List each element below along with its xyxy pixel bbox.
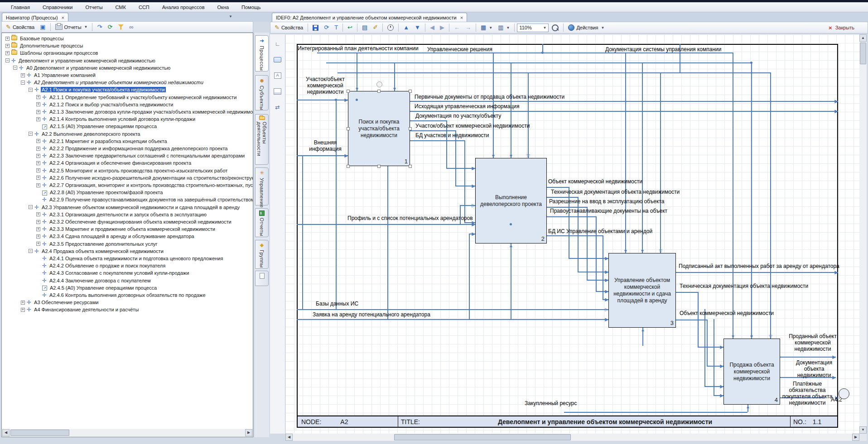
- arrow-label[interactable]: Интегрированный план деятельности компан…: [298, 45, 419, 52]
- activity-box-tool-button[interactable]: [272, 54, 284, 66]
- reports-button[interactable]: Отчеты ▼: [53, 22, 90, 32]
- arrow-label[interactable]: Первичные документы от продавца объекта …: [415, 94, 564, 100]
- tree-item[interactable]: +↗A2.2.8 (A0) Управление проектом/фазой …: [36, 189, 164, 196]
- frame-tool-button[interactable]: [272, 86, 284, 97]
- tree-expander-icon[interactable]: +: [5, 44, 10, 48]
- arrow-label[interactable]: БД участков и недвижимости: [415, 132, 489, 138]
- tree-expander-icon[interactable]: −: [29, 132, 33, 136]
- tree-item[interactable]: −✛A2.4 Продажа объекта коммерческой недв…: [29, 248, 164, 255]
- tree-item[interactable]: +✛A2.2.7 Организация, мониторинг и контр…: [36, 181, 253, 189]
- layers-button[interactable]: ▥▼: [496, 23, 512, 33]
- tree-expander-icon[interactable]: +: [36, 95, 40, 99]
- document-tab[interactable]: IDEF0: A2 Девелопмент и управление объек…: [272, 13, 467, 22]
- tree-item[interactable]: +✛A2.1.3 Заключение договора купли-прода…: [36, 108, 253, 115]
- selection-handle[interactable]: [377, 165, 381, 168]
- scroll-left-icon[interactable]: ◀: [285, 434, 293, 441]
- tree-item[interactable]: +↗A2.4.5 (A0) Управление операциями проц…: [36, 284, 158, 291]
- prev-button[interactable]: ◀: [428, 23, 437, 33]
- menu-item-7[interactable]: Окна: [211, 3, 236, 12]
- arrow-label[interactable]: Внешняя информация: [305, 139, 345, 152]
- go-to-button[interactable]: ↷: [95, 22, 104, 32]
- tree-expander-icon[interactable]: +: [21, 301, 25, 305]
- arrow-label[interactable]: Проданный объект коммерческой недвижимос…: [786, 333, 839, 352]
- tree-expander-icon[interactable]: −: [13, 66, 17, 70]
- tree-item[interactable]: +✛A2.4.2 Объявление о продаже и поиск по…: [36, 262, 166, 269]
- tree-item[interactable]: +✛A2.2.2 Продвижение и информационная по…: [36, 145, 228, 152]
- tree-item[interactable]: +✛A2.3.1 Организация деятельности и запу…: [36, 211, 207, 218]
- arrow-label[interactable]: Правоустанавливающие документы на объект: [550, 208, 667, 214]
- activity-box-1[interactable]: Поиск и покупка участка/объекта недвижим…: [348, 91, 410, 166]
- text-label-tool-button[interactable]: A: [272, 70, 284, 81]
- merge-split-tool-button[interactable]: ⇄: [272, 101, 284, 113]
- selection-handle[interactable]: [409, 90, 412, 93]
- tree-item[interactable]: +✛A2.4.6 Контроль выполнения договорных …: [36, 291, 207, 299]
- tree-item[interactable]: +✛A2.3.3 Маркетинг и продвижение объекта…: [36, 225, 216, 233]
- tree-item[interactable]: −✛A2.3 Управление объектом коммерческой …: [29, 204, 241, 211]
- tree-item[interactable]: +✛A2.1.1 Определение требований к участк…: [36, 94, 237, 101]
- tree-item[interactable]: +✛A2.2.4 Организация и обеспечение финан…: [36, 159, 192, 167]
- history-button[interactable]: [385, 23, 396, 33]
- tree-item[interactable]: +✛A2.4.4 Заключение договора с покупател…: [36, 277, 152, 284]
- arrow-label[interactable]: Заявка на аренду потенциального арендато…: [313, 311, 430, 318]
- scroll-thumb[interactable]: [10, 430, 69, 436]
- category-tab-gear[interactable]: ✳Управление: [255, 167, 269, 205]
- tree-horizontal-scrollbar[interactable]: ◀ ▶: [2, 429, 252, 436]
- tree-expander-icon[interactable]: +: [36, 161, 40, 165]
- tree-expander-icon[interactable]: +: [36, 168, 40, 172]
- tree-item[interactable]: +Шаблоны организации процессов: [5, 49, 99, 57]
- zoom-fit-button[interactable]: [550, 23, 561, 33]
- tree-item[interactable]: −✛A2.1 Поиск и покупка участка/объекта н…: [29, 86, 166, 93]
- tree-item[interactable]: +✛A2.1.4 Контроль выполнения условий дог…: [36, 115, 196, 123]
- forward-button[interactable]: →: [463, 23, 473, 33]
- category-tab-group[interactable]: ◆Группы: [255, 240, 269, 269]
- selection-handle[interactable]: [409, 165, 412, 168]
- tree-item[interactable]: +✛A2.2.5 Мониторинг и контроль производс…: [36, 167, 228, 174]
- filter-button[interactable]: [116, 22, 126, 32]
- tree-expander-icon[interactable]: +: [5, 37, 10, 41]
- close-document-button[interactable]: × Закрыть: [826, 23, 857, 33]
- tree-expander-icon[interactable]: +: [36, 110, 40, 114]
- tree-item[interactable]: +✛A2.3.2 Обеспечение функционирования об…: [36, 218, 232, 225]
- menu-item-8[interactable]: Помощь: [235, 3, 267, 12]
- tree-expander-icon[interactable]: +: [36, 227, 40, 231]
- tree-item[interactable]: +✛A2.4.1 Оценка объекта недвижимости и п…: [36, 255, 224, 262]
- activity-box-2[interactable]: Выполнение девелоперского проекта2: [475, 158, 547, 243]
- tree-item[interactable]: +✛A2.2.6 Получение исходно-разрешительно…: [36, 174, 253, 181]
- tree-item[interactable]: +✛A2.1.2 Поиск и выбор участка/объекта н…: [36, 101, 174, 108]
- actions-button[interactable]: Действия ▼: [566, 23, 607, 33]
- tree-item[interactable]: +✛A2.2.3 Заключение предварительных согл…: [36, 152, 246, 159]
- scroll-up-icon[interactable]: ▲: [859, 34, 867, 42]
- document-tab-close-icon[interactable]: ×: [460, 15, 463, 20]
- rotate-handle[interactable]: [376, 81, 382, 87]
- tree-expander-icon[interactable]: +: [21, 308, 25, 312]
- arrow-label[interactable]: Объект коммерческой недвижимости: [680, 310, 774, 316]
- link-button[interactable]: ∞: [127, 22, 135, 32]
- scroll-down-icon[interactable]: ▼: [859, 426, 867, 434]
- tree-expander-icon[interactable]: +: [36, 147, 40, 151]
- tree-expander-icon[interactable]: +: [36, 183, 40, 187]
- menu-item-5[interactable]: ССП: [132, 3, 156, 12]
- scroll-right-icon[interactable]: ▶: [245, 429, 252, 436]
- tree-item[interactable]: −✛A2 Девелопмент и управление объектом к…: [21, 79, 204, 86]
- scroll-left-icon[interactable]: ◀: [2, 429, 10, 436]
- selection-handle[interactable]: [347, 127, 350, 130]
- tree-expander-icon[interactable]: −: [29, 205, 33, 209]
- activity-box-4[interactable]: Продажа объекта коммерческой недвижимост…: [723, 339, 780, 405]
- tree-item[interactable]: +✛A2.3.4 Сдача площадей в аренду и обслу…: [36, 233, 195, 240]
- offpage-reference-circle[interactable]: [839, 388, 849, 399]
- tree-expander-icon[interactable]: +: [36, 154, 40, 158]
- tree-item[interactable]: −✛A2.2 Выполнение девелоперского проекта: [29, 130, 141, 138]
- tree-item[interactable]: +Дополнительные процессы: [5, 42, 84, 49]
- arrow-label[interactable]: Документация системы управления компании: [605, 46, 721, 53]
- arrow-label[interactable]: Объект коммерческой недвижимости: [548, 178, 642, 185]
- navigator-tab-close-icon[interactable]: ×: [62, 15, 64, 20]
- tree-item[interactable]: +✛A2.2.9 Получение правоустанавливающих …: [36, 196, 253, 203]
- tree-expander-icon[interactable]: +: [36, 242, 40, 246]
- arrow-label[interactable]: Профиль и с список потенциальных арендат…: [347, 215, 473, 221]
- arrow-label[interactable]: Управленческие решения: [427, 46, 492, 53]
- refresh-button[interactable]: ⟳: [105, 22, 115, 32]
- tree-expander-icon[interactable]: +: [36, 212, 40, 216]
- tree-item[interactable]: −✛Девелопмент и управление коммерческой …: [5, 57, 156, 64]
- tree-expander-icon[interactable]: +: [36, 220, 40, 224]
- arrow-label[interactable]: Техническая документация объекта недвижи…: [680, 283, 808, 289]
